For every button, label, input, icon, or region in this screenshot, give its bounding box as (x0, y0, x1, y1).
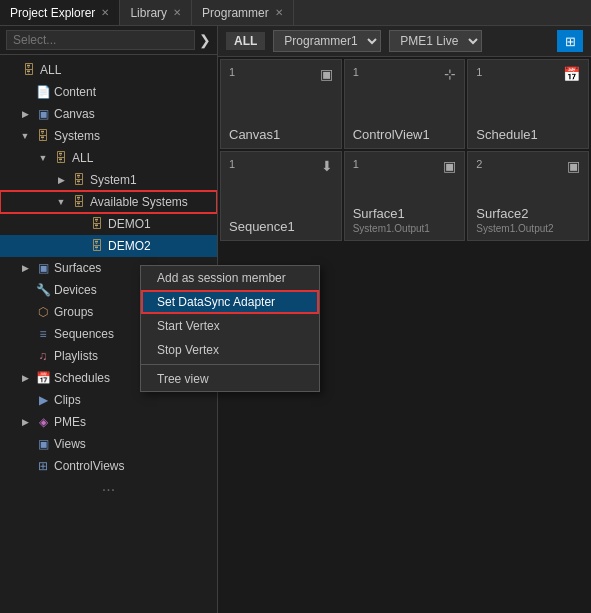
tree-item-clips[interactable]: ▶ Clips (0, 389, 217, 411)
tree-item-controlviews[interactable]: ⊞ ControlViews (0, 455, 217, 477)
content-icon: 📄 (35, 84, 51, 100)
card-number: 1 (353, 158, 359, 170)
tree-item-system1[interactable]: 🗄 System1 (0, 169, 217, 191)
tab-project-explorer[interactable]: Project Explorer ✕ (0, 0, 120, 25)
card-number: 1 (229, 66, 235, 78)
card-subtitle: System1.Output2 (476, 223, 580, 234)
card-surface1[interactable]: 1 ▣ Surface1 System1.Output1 (344, 151, 466, 241)
card-controlview1[interactable]: 1 ⊹ ControlView1 (344, 59, 466, 149)
tree-label: ControlViews (54, 460, 124, 472)
tab-project-explorer-label: Project Explorer (10, 6, 95, 20)
card-subtitle: System1.Output1 (353, 223, 457, 234)
context-menu-tree-view[interactable]: Tree view (141, 367, 319, 391)
panel-toolbar: ALL Programmer1 PME1 Live ⊞ (218, 26, 591, 57)
card-surface2[interactable]: 2 ▣ Surface2 System1.Output2 (467, 151, 589, 241)
card-title: Surface2 (476, 206, 580, 221)
grid-view-button[interactable]: ⊞ (557, 30, 583, 52)
expand-icon[interactable] (36, 153, 50, 163)
tree-label: Available Systems (90, 196, 188, 208)
card-number: 1 (476, 66, 482, 78)
tree-label: Playlists (54, 350, 98, 362)
tree-label: Canvas (54, 108, 95, 120)
card-surface2-header: 2 ▣ (476, 158, 580, 174)
system-icon: 🗄 (89, 216, 105, 232)
tab-programmer-close[interactable]: ✕ (275, 7, 283, 18)
card-number: 1 (229, 158, 235, 170)
tab-bar: Project Explorer ✕ Library ✕ Programmer … (0, 0, 591, 26)
context-menu-divider (141, 364, 319, 365)
expand-icon[interactable] (54, 175, 68, 185)
card-title: Canvas1 (229, 127, 333, 142)
search-input[interactable] (6, 30, 195, 50)
surface-icon: ▣ (35, 260, 51, 276)
card-schedule1[interactable]: 1 📅 Schedule1 (467, 59, 589, 149)
card-title: Sequence1 (229, 219, 333, 234)
tree-label: Devices (54, 284, 97, 296)
card-sequence1[interactable]: 1 ⬇ Sequence1 (220, 151, 342, 241)
expand-icon[interactable] (18, 263, 32, 273)
expand-icon[interactable] (18, 417, 32, 427)
arrow-icon[interactable]: ❯ (199, 32, 211, 48)
tree-item-demo2[interactable]: 🗄 DEMO2 (0, 235, 217, 257)
card-title: Surface1 (353, 206, 457, 221)
surface-card-icon: ▣ (443, 158, 456, 174)
playlist-icon: ♫ (35, 348, 51, 364)
card-schedule1-header: 1 📅 (476, 66, 580, 82)
tree-label: Clips (54, 394, 81, 406)
tree-label: DEMO1 (108, 218, 151, 230)
system-icon: 🗄 (89, 238, 105, 254)
cards-grid: 1 ▣ Canvas1 1 ⊹ ControlView1 1 📅 Sch (218, 57, 591, 243)
programmer-select[interactable]: Programmer1 (273, 30, 381, 52)
db-icon: 🗄 (53, 150, 69, 166)
tree-label: Views (54, 438, 86, 450)
expand-icon[interactable] (18, 131, 32, 141)
more-items[interactable]: ··· (0, 477, 217, 503)
canvas-icon: ▣ (35, 106, 51, 122)
tab-library[interactable]: Library ✕ (120, 0, 192, 25)
context-menu-start-vertex[interactable]: Start Vertex (141, 314, 319, 338)
tree-label: Content (54, 86, 96, 98)
card-number: 1 (353, 66, 359, 78)
tree-label: Surfaces (54, 262, 101, 274)
expand-icon[interactable] (54, 197, 68, 207)
expand-icon[interactable] (18, 373, 32, 383)
all-badge: ALL (226, 32, 265, 50)
tree-item-canvas[interactable]: ▣ Canvas (0, 103, 217, 125)
view-icon: ▣ (35, 436, 51, 452)
system-icon: 🗄 (71, 194, 87, 210)
card-surface1-header: 1 ▣ (353, 158, 457, 174)
tab-programmer-label: Programmer (202, 6, 269, 20)
tree-item-demo1[interactable]: 🗄 DEMO1 (0, 213, 217, 235)
pme-icon: ◈ (35, 414, 51, 430)
tree-item-systems-all[interactable]: 🗄 ALL (0, 147, 217, 169)
context-menu-stop-vertex[interactable]: Stop Vertex (141, 338, 319, 362)
system-icon: 🗄 (35, 128, 51, 144)
tree-item-content[interactable]: 📄 Content (0, 81, 217, 103)
card-number: 2 (476, 158, 482, 170)
tab-programmer[interactable]: Programmer ✕ (192, 0, 294, 25)
surface2-card-icon: ▣ (567, 158, 580, 174)
context-menu-add-session[interactable]: Add as session member (141, 266, 319, 290)
tab-library-close[interactable]: ✕ (173, 7, 181, 18)
schedule-card-icon: 📅 (563, 66, 580, 82)
tree-item-systems[interactable]: 🗄 Systems (0, 125, 217, 147)
expand-icon[interactable] (18, 109, 32, 119)
card-canvas1[interactable]: 1 ▣ Canvas1 (220, 59, 342, 149)
tree-label: ALL (72, 152, 93, 164)
tree-item-available-systems[interactable]: 🗄 Available Systems (0, 191, 217, 213)
pme-select[interactable]: PME1 Live (389, 30, 482, 52)
tree-item-all-root[interactable]: 🗄 ALL (0, 59, 217, 81)
ctrl-icon: ⊞ (35, 458, 51, 474)
context-menu-set-datasync[interactable]: Set DataSync Adapter (141, 290, 319, 314)
tab-project-explorer-close[interactable]: ✕ (101, 7, 109, 18)
tree-label: ALL (40, 64, 61, 76)
sequence-icon: ≡ (35, 326, 51, 342)
card-sequence1-header: 1 ⬇ (229, 158, 333, 174)
card-title: ControlView1 (353, 127, 457, 142)
schedule-icon: 📅 (35, 370, 51, 386)
group-icon: ⬡ (35, 304, 51, 320)
card-canvas1-header: 1 ▣ (229, 66, 333, 82)
tree-item-views[interactable]: ▣ Views (0, 433, 217, 455)
device-icon: 🔧 (35, 282, 51, 298)
tree-item-pmes[interactable]: ◈ PMEs (0, 411, 217, 433)
